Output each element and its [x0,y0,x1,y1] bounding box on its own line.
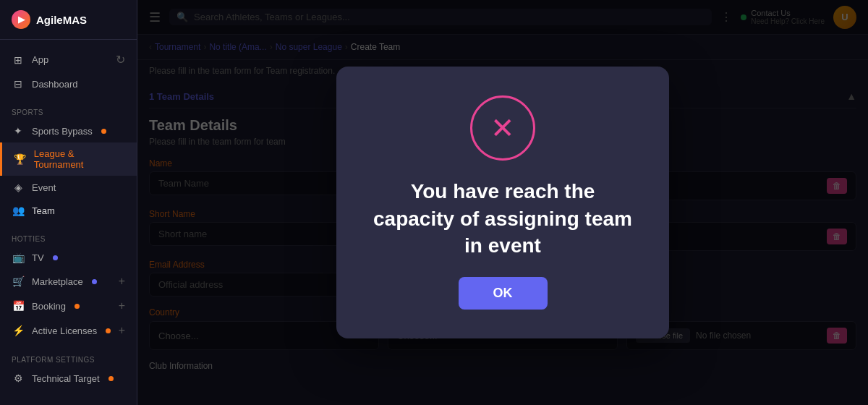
sports-bypass-icon: ✦ [12,125,25,137]
marketplace-icon: 🛒 [12,276,25,287]
sidebar-item-tv[interactable]: 📺 TV [0,246,137,269]
active-licenses-add-icon[interactable]: + [119,324,125,337]
sidebar-item-active-licenses[interactable]: ⚡ Active Licenses + [0,318,137,343]
booking-icon: 📅 [12,300,25,312]
sidebar: ▶ AgileMAS ⊞ App ↻ ⊟ Dashboard Sports ✦ … [0,0,137,405]
sidebar-item-league[interactable]: 🏆 League & Tournament [0,142,137,176]
modal-dialog: ✕ You have reach the capacity of assigni… [336,67,669,338]
sidebar-item-team[interactable]: 👥 Team [0,199,137,222]
sidebar-item-event[interactable]: ◈ Event [0,176,137,199]
app-icon: ⊞ [12,54,25,66]
marketplace-badge [92,279,97,284]
league-icon: 🏆 [14,153,27,165]
sidebar-item-technical[interactable]: ⚙ Technical Target [0,367,137,390]
sidebar-item-sports-bypass[interactable]: ✦ Sports Bypass [0,119,137,142]
sidebar-section-hotties: Hotties 📺 TV 🛒 Marketplace + 📅 Booking +… [0,225,137,346]
hotties-label: Hotties [0,232,137,246]
app-refresh-icon[interactable]: ↻ [116,53,125,67]
dialog-error-circle: ✕ [470,95,535,161]
sidebar-logo: ▶ AgileMAS [0,0,137,40]
sidebar-item-dashboard[interactable]: ⊟ Dashboard [0,72,137,95]
sidebar-item-booking[interactable]: 📅 Booking + [0,294,137,318]
sidebar-item-app[interactable]: ⊞ App ↻ [0,47,137,72]
logo-icon: ▶ [12,10,30,29]
booking-add-icon[interactable]: + [119,299,125,312]
sidebar-section-sports: Sports ✦ Sports Bypass 🏆 League & Tourna… [0,98,137,225]
booking-badge [75,304,80,309]
marketplace-add-icon[interactable]: + [119,275,125,288]
tv-icon: 📺 [12,252,25,263]
platform-label: Platform Settings [0,353,137,367]
dialog-ok-button[interactable]: OK [459,277,548,310]
technical-icon: ⚙ [12,372,25,384]
dialog-error-icon: ✕ [490,114,515,142]
technical-badge [109,376,114,381]
main-content: ☰ 🔍 ⋮ Contact Us Need Help? Click Here U… [137,0,868,405]
active-licenses-icon: ⚡ [12,325,25,336]
logo-text: AgileMAS [36,14,87,26]
sidebar-section-platform: Platform Settings ⚙ Technical Target [0,346,137,393]
event-icon: ◈ [12,182,25,193]
sidebar-item-marketplace[interactable]: 🛒 Marketplace + [0,269,137,294]
sports-bypass-badge [101,129,106,134]
dialog-message: You have reach the capacity of assigning… [371,178,634,260]
tv-badge [53,255,58,260]
modal-overlay: ✕ You have reach the capacity of assigni… [137,0,868,405]
sidebar-section-app: ⊞ App ↻ ⊟ Dashboard [0,40,137,98]
team-icon: 👥 [12,205,25,216]
sports-section-label: Sports [0,106,137,119]
active-licenses-badge [106,328,111,333]
dashboard-icon: ⊟ [12,78,25,90]
